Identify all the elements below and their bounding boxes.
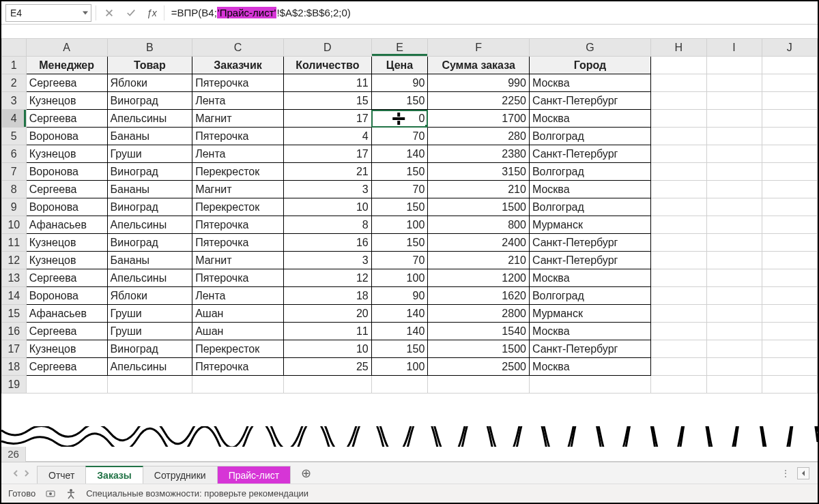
add-sheet-button[interactable]: ⊕: [296, 466, 316, 481]
cell[interactable]: 70: [371, 252, 428, 269]
cell[interactable]: [651, 269, 706, 287]
cell[interactable]: Сергеева: [26, 269, 107, 287]
cell[interactable]: 17: [283, 110, 371, 128]
cell[interactable]: 210: [428, 181, 530, 198]
cell[interactable]: Сергеева: [26, 323, 107, 340]
macro-record-icon[interactable]: [45, 488, 56, 499]
cell[interactable]: [706, 110, 762, 128]
cell[interactable]: Перекресток: [192, 163, 284, 181]
cell[interactable]: 150: [371, 234, 428, 252]
cell[interactable]: 150: [371, 198, 428, 216]
row-header[interactable]: 6: [2, 145, 27, 163]
cell[interactable]: [26, 376, 107, 394]
column-header[interactable]: G: [529, 39, 650, 57]
cell[interactable]: 140: [371, 323, 428, 340]
cell[interactable]: [762, 128, 817, 145]
cell[interactable]: Сергеева: [26, 358, 107, 376]
cell[interactable]: Магнит: [192, 181, 284, 198]
cell[interactable]: [762, 340, 817, 358]
cell[interactable]: Сергеева: [26, 110, 107, 128]
cell[interactable]: Цена: [371, 57, 428, 74]
cell[interactable]: [762, 163, 817, 181]
cell[interactable]: Пятерочка: [192, 358, 284, 376]
row-header[interactable]: 19: [2, 376, 27, 394]
cell[interactable]: Товар: [107, 57, 192, 74]
select-all-corner[interactable]: [2, 39, 27, 57]
cell[interactable]: Москва: [529, 74, 650, 92]
cell[interactable]: [706, 323, 762, 340]
cell[interactable]: Санкт-Петербург: [529, 234, 650, 252]
cell[interactable]: Афанасьев: [26, 305, 107, 323]
cell[interactable]: 2800: [428, 305, 530, 323]
cell[interactable]: 990: [428, 74, 530, 92]
column-header[interactable]: C: [192, 39, 284, 57]
fx-label[interactable]: ƒx: [144, 8, 160, 18]
cell[interactable]: Москва: [529, 110, 650, 128]
cell[interactable]: 90: [371, 287, 428, 305]
cell[interactable]: 18: [283, 287, 371, 305]
cell[interactable]: Мурманск: [529, 216, 650, 234]
row-header[interactable]: 14: [2, 287, 27, 305]
cell[interactable]: 100: [371, 269, 428, 287]
row-header[interactable]: 4: [2, 110, 27, 128]
cell[interactable]: [762, 110, 817, 128]
accessibility-icon[interactable]: [66, 488, 76, 499]
cell[interactable]: [706, 163, 762, 181]
cell[interactable]: 150: [371, 163, 428, 181]
cell[interactable]: Санкт-Петербург: [529, 340, 650, 358]
cell[interactable]: 3: [283, 252, 371, 269]
row-header[interactable]: 15: [2, 305, 27, 323]
cell[interactable]: Менеджер: [26, 57, 107, 74]
cell[interactable]: [651, 74, 706, 92]
row-header[interactable]: 2: [2, 74, 27, 92]
cell[interactable]: 1500: [428, 340, 530, 358]
cell[interactable]: [762, 287, 817, 305]
cell[interactable]: Волгоград: [529, 163, 650, 181]
cell[interactable]: [651, 216, 706, 234]
cell[interactable]: [706, 216, 762, 234]
sheet-tab[interactable]: Прайс-лист: [217, 466, 291, 484]
cell[interactable]: Бананы: [107, 181, 192, 198]
cell[interactable]: [706, 57, 762, 74]
cell[interactable]: [762, 376, 817, 394]
cell[interactable]: [706, 92, 762, 110]
row-header[interactable]: 13: [2, 269, 27, 287]
column-header[interactable]: B: [107, 39, 192, 57]
cell[interactable]: [762, 252, 817, 269]
cell[interactable]: 2400: [428, 234, 530, 252]
cell[interactable]: [651, 92, 706, 110]
cell[interactable]: Перекресток: [192, 198, 284, 216]
cell[interactable]: Перекресток: [192, 340, 284, 358]
sheet-tab[interactable]: Заказы: [85, 466, 143, 484]
cell[interactable]: 15: [283, 92, 371, 110]
cell[interactable]: Яблоки: [107, 74, 192, 92]
cell[interactable]: Апельсины: [107, 269, 192, 287]
cell[interactable]: [762, 358, 817, 376]
cell[interactable]: [706, 269, 762, 287]
cell[interactable]: [706, 252, 762, 269]
cell[interactable]: [762, 323, 817, 340]
column-header[interactable]: F: [428, 39, 530, 57]
cell[interactable]: [371, 376, 428, 394]
cell[interactable]: 150: [371, 92, 428, 110]
cell[interactable]: Город: [529, 57, 650, 74]
cell[interactable]: Москва: [529, 181, 650, 198]
row-header[interactable]: 26: [1, 447, 26, 462]
cell[interactable]: [762, 198, 817, 216]
cell[interactable]: 1700: [428, 110, 530, 128]
sheet-tab[interactable]: Сотрудники: [143, 466, 218, 484]
cell[interactable]: [706, 358, 762, 376]
cell[interactable]: [762, 216, 817, 234]
cell[interactable]: [706, 287, 762, 305]
cell[interactable]: 1620: [428, 287, 530, 305]
cell[interactable]: [706, 198, 762, 216]
cell[interactable]: 210: [428, 252, 530, 269]
cell[interactable]: Воронова: [26, 128, 107, 145]
cell[interactable]: [651, 358, 706, 376]
worksheet-grid[interactable]: ABCDEFGHIJ1МенеджерТоварЗаказчикКоличест…: [1, 38, 818, 426]
cell[interactable]: Пятерочка: [192, 269, 284, 287]
cell[interactable]: 800: [428, 216, 530, 234]
cell[interactable]: 10: [283, 340, 371, 358]
cell[interactable]: [651, 163, 706, 181]
cell[interactable]: 150: [371, 340, 428, 358]
